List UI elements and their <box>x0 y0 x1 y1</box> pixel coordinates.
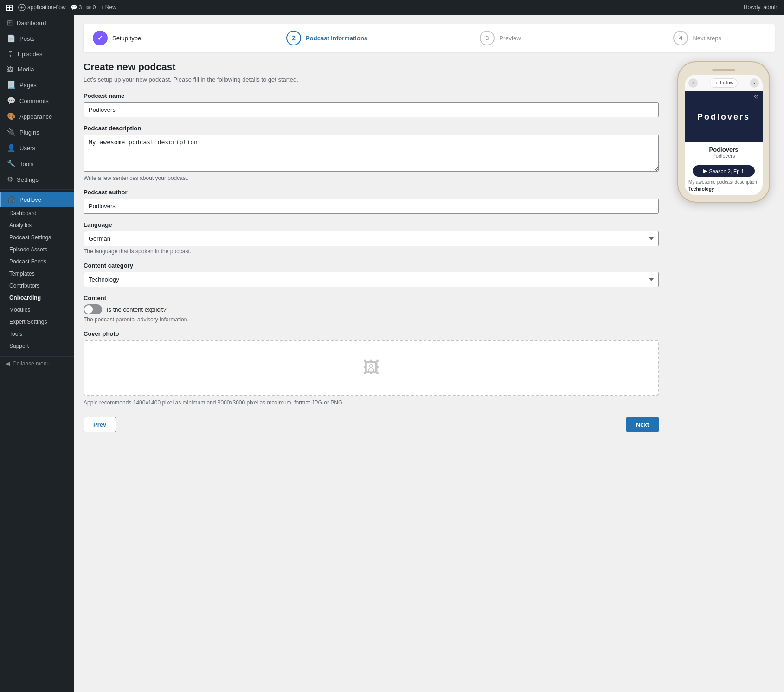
collapse-icon: ◀ <box>6 360 10 367</box>
phone-preview: ‹ ＋ Follow › Podlovers ♡ <box>677 61 770 203</box>
sidebar-sub-item-expert-settings[interactable]: Expert Settings <box>0 316 74 328</box>
sidebar-sub-item-support[interactable]: Support <box>0 340 74 352</box>
wizard-step-2: 2 Podcast informations <box>286 31 379 45</box>
sidebar-item-plugins[interactable]: 🔌 Plugins <box>0 124 74 140</box>
language-select[interactable]: German English French Spanish <box>84 231 659 246</box>
sidebar-item-episodes[interactable]: 🎙 Episodes <box>0 46 74 62</box>
sidebar-item-dashboard[interactable]: ⊞ Dashboard <box>0 15 74 31</box>
wizard-connector-1 <box>190 38 282 38</box>
sidebar-item-settings[interactable]: ⚙ Settings <box>0 172 74 187</box>
comments-count: 3 <box>79 4 82 11</box>
heart-icon: ♡ <box>754 94 760 101</box>
phone-tag: Technology <box>685 186 763 195</box>
sidebar-item-label: Pages <box>19 82 37 89</box>
settings-icon: ⚙ <box>7 175 13 184</box>
wizard-step-3-num: 3 <box>480 31 495 45</box>
sidebar-item-label: Tools <box>19 160 33 167</box>
content-group: Content Is the content explicit? The pod… <box>84 295 659 323</box>
prev-button[interactable]: Prev <box>84 417 116 432</box>
topbar-new-button[interactable]: + New <box>100 4 116 11</box>
wizard-step-1-num: ✓ <box>93 31 108 45</box>
appearance-icon: 🎨 <box>7 112 16 121</box>
topbar: ⊞ application-flow 💬 3 ✉ 0 + New Howdy, … <box>0 0 784 15</box>
phone-podcast-author: Podlovers <box>688 153 759 159</box>
podlove-icon: 🎧 <box>7 195 16 204</box>
next-button[interactable]: Next <box>626 417 659 432</box>
topbar-site[interactable]: application-flow <box>18 4 66 11</box>
plugins-icon: 🔌 <box>7 128 16 136</box>
wizard-step-2-num: 2 <box>286 31 301 45</box>
sidebar-sub-item-modules[interactable]: Modules <box>0 304 74 316</box>
podcast-description-input[interactable]: My awesome podcast description <box>84 135 659 172</box>
podcast-name-input[interactable] <box>84 102 659 117</box>
sidebar-item-tools[interactable]: 🔧 Tools <box>0 156 74 172</box>
wizard-step-4: 4 Next steps <box>673 31 765 45</box>
sidebar-item-label: Media <box>18 66 34 73</box>
explicit-toggle[interactable] <box>84 304 102 314</box>
sidebar-item-pages[interactable]: 📃 Pages <box>0 77 74 93</box>
podcast-description-group: Podcast description My awesome podcast d… <box>84 125 659 181</box>
sidebar-item-posts[interactable]: 📄 Posts <box>0 31 74 46</box>
sidebar-sub-item-analytics[interactable]: Analytics <box>0 219 74 231</box>
cover-upload-area[interactable]: 🖼 <box>84 340 659 396</box>
phone-play-button[interactable]: ▶ Season 2, Ep 1 <box>693 165 755 177</box>
sidebar-divider <box>0 189 74 190</box>
language-group: Language German English French Spanish T… <box>84 221 659 255</box>
sidebar-item-appearance[interactable]: 🎨 Appearance <box>0 109 74 124</box>
sidebar-item-label: Comments <box>19 97 49 104</box>
sidebar-item-label: Dashboard <box>17 19 46 26</box>
sidebar-sub-item-podcast-settings[interactable]: Podcast Settings <box>0 231 74 243</box>
category-select[interactable]: Technology Business Education Comedy New… <box>84 272 659 287</box>
topbar-comments[interactable]: 💬 3 <box>71 4 82 11</box>
phone-follow-button[interactable]: ＋ Follow <box>710 78 738 88</box>
topbar-note[interactable]: ✉ 0 <box>86 4 96 11</box>
podcast-name-group: Podcast name <box>84 92 659 117</box>
cover-photo-group: Cover photo 🖼 Apple recommends 1400x1400… <box>84 330 659 406</box>
sidebar-collapse-button[interactable]: ◀ Collapse menu <box>0 356 74 371</box>
sidebar-sub-item-templates[interactable]: Templates <box>0 268 74 280</box>
sidebar-item-podlove[interactable]: 🎧 Podlove <box>0 192 74 207</box>
wizard-step-1: ✓ Setup type <box>93 31 185 45</box>
podcast-cover-image: Podlovers ♡ <box>685 91 763 142</box>
wizard-step-3: 3 Preview <box>480 31 572 45</box>
phone-screen-top: ‹ ＋ Follow › <box>685 75 763 91</box>
phone-podcast-name: Podlovers <box>688 146 759 153</box>
comments-icon: 💬 <box>7 96 16 105</box>
page-subtitle: Let's setup up your new podcast. Please … <box>84 76 659 83</box>
play-icon: ▶ <box>703 168 707 174</box>
podcast-info: Podlovers Podlovers <box>685 142 763 162</box>
topbar-left: ⊞ application-flow 💬 3 ✉ 0 + New <box>6 2 116 13</box>
podcast-name-label: Podcast name <box>84 92 659 99</box>
form-area: Create new podcast Let's setup up your n… <box>84 61 775 432</box>
sidebar-bottom-divider <box>0 354 74 354</box>
explicit-hint: The podcast parental advisory informatio… <box>84 316 659 323</box>
sidebar-sub-item-episode-assets[interactable]: Episode Assets <box>0 243 74 256</box>
phone-preview-container: ‹ ＋ Follow › Podlovers ♡ <box>673 61 775 203</box>
sidebar-sub-item-tools[interactable]: Tools <box>0 328 74 340</box>
podcast-author-input[interactable] <box>84 199 659 214</box>
sidebar: ⊞ Dashboard 📄 Posts 🎙 Episodes 🖼 Media 📃… <box>0 15 74 692</box>
episode-label: Season 2, Ep 1 <box>709 168 744 174</box>
sidebar-sub-item-podcast-feeds[interactable]: Podcast Feeds <box>0 256 74 268</box>
sidebar-item-users[interactable]: 👤 Users <box>0 140 74 156</box>
tools-icon: 🔧 <box>7 160 16 168</box>
wizard-connector-3 <box>577 38 669 38</box>
media-icon: 🖼 <box>7 65 14 73</box>
phone-description: My awesome podcast description <box>685 179 763 186</box>
wp-logo-icon[interactable]: ⊞ <box>6 2 13 13</box>
sidebar-item-label: Episodes <box>18 51 42 58</box>
sidebar-item-media[interactable]: 🖼 Media <box>0 62 74 77</box>
episodes-icon: 🎙 <box>7 50 14 58</box>
cover-photo-label: Cover photo <box>84 330 659 337</box>
sidebar-sub-item-onboarding[interactable]: Onboarding <box>0 292 74 304</box>
phone-notch-bar <box>712 69 735 71</box>
wizard-step-3-label: Preview <box>499 35 521 42</box>
wizard-step-1-label: Setup type <box>112 35 141 42</box>
posts-icon: 📄 <box>7 34 16 43</box>
sidebar-sub-item-dashboard[interactable]: Dashboard <box>0 207 74 219</box>
sidebar-sub-item-contributors[interactable]: Contributors <box>0 280 74 292</box>
wizard-connector-2 <box>383 38 476 38</box>
sidebar-item-comments[interactable]: 💬 Comments <box>0 93 74 109</box>
sidebar-item-label: Posts <box>19 35 35 42</box>
podcast-author-group: Podcast author <box>84 189 659 214</box>
